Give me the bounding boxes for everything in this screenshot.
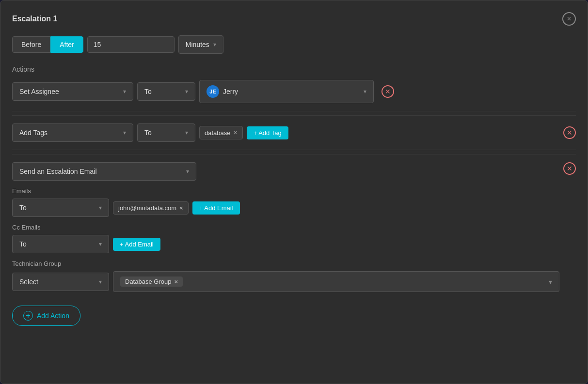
modal-title: Escalation 1 bbox=[12, 15, 57, 23]
add-action-button[interactable]: + Add Action bbox=[12, 306, 80, 326]
chevron-down-icon: ▾ bbox=[123, 88, 126, 95]
action-type-label-2: Add Tags bbox=[19, 129, 48, 137]
add-tag-button[interactable]: + Add Tag bbox=[247, 126, 288, 139]
group-row: Select ▾ Database Group × ▾ bbox=[12, 271, 559, 292]
group-remove-icon[interactable]: × bbox=[174, 278, 178, 285]
cc-emails-row: To ▾ + Add Email bbox=[12, 235, 559, 253]
to-select-2[interactable]: To ▾ bbox=[137, 123, 195, 142]
cc-to-select[interactable]: To ▾ bbox=[12, 235, 109, 253]
escalation-email-section: Send an Escalation Email ▾ Emails To ▾ j… bbox=[12, 162, 576, 292]
action-type-select-2[interactable]: Add Tags ▾ bbox=[12, 123, 133, 142]
chevron-down-icon: ▾ bbox=[185, 129, 188, 136]
chevron-down-icon: ▾ bbox=[186, 168, 189, 175]
chevron-down-icon: ▾ bbox=[213, 41, 216, 48]
to-select-1[interactable]: To ▾ bbox=[137, 82, 195, 101]
action-row-set-assignee: Set Assignee ▾ To ▾ JE Jerry ▾ ✕ bbox=[12, 80, 576, 111]
group-name: Database Group bbox=[125, 278, 171, 285]
group-value-box[interactable]: Database Group × ▾ bbox=[113, 271, 559, 292]
tag-container: database × + Add Tag bbox=[199, 126, 556, 139]
assignee-value-box[interactable]: JE Jerry ▾ bbox=[199, 80, 374, 103]
cc-emails-section: Cc Emails To ▾ + Add Email bbox=[12, 224, 559, 253]
action-type-label-1: Set Assignee bbox=[19, 88, 59, 95]
action-type-select-1[interactable]: Set Assignee ▾ bbox=[12, 82, 133, 101]
tech-group-label: Technician Group bbox=[12, 260, 559, 267]
time-controls: Before After Minutes ▾ bbox=[12, 35, 576, 54]
cc-to-label: To bbox=[19, 240, 27, 248]
chevron-down-icon: ▾ bbox=[123, 129, 126, 136]
remove-action-3-button[interactable]: ✕ bbox=[563, 162, 576, 175]
add-action-label: Add Action bbox=[37, 312, 69, 320]
avatar: JE bbox=[207, 85, 219, 98]
time-unit-select[interactable]: Minutes ▾ bbox=[178, 35, 223, 54]
email-tag: john@motadata.com × bbox=[113, 201, 189, 215]
emails-to-label: To bbox=[19, 204, 27, 212]
action-row-add-tags: Add Tags ▾ To ▾ database × + Add Tag ✕ bbox=[12, 123, 576, 150]
group-tag: Database Group × bbox=[120, 276, 183, 287]
to-label-1: To bbox=[144, 88, 152, 95]
time-input[interactable] bbox=[87, 36, 175, 53]
group-select-label: Select bbox=[19, 278, 38, 286]
chevron-down-icon: ▾ bbox=[99, 278, 102, 285]
email-remove-icon[interactable]: × bbox=[179, 204, 183, 212]
cc-emails-label: Cc Emails bbox=[12, 224, 559, 231]
tag-remove-icon[interactable]: × bbox=[234, 129, 238, 137]
group-select[interactable]: Select ▾ bbox=[12, 273, 109, 291]
assignee-name: Jerry bbox=[223, 88, 238, 95]
cc-add-email-button[interactable]: + Add Email bbox=[113, 238, 160, 251]
to-label-2: To bbox=[144, 129, 152, 137]
time-unit-label: Minutes bbox=[186, 41, 209, 48]
remove-action-1-button[interactable]: ✕ bbox=[381, 85, 394, 98]
add-action-icon: + bbox=[23, 311, 33, 321]
after-button[interactable]: After bbox=[50, 36, 83, 53]
email-value: john@motadata.com bbox=[118, 204, 176, 212]
emails-row: To ▾ john@motadata.com × + Add Email bbox=[12, 199, 559, 217]
modal-header: Escalation 1 × bbox=[12, 12, 576, 26]
emails-to-select[interactable]: To ▾ bbox=[12, 199, 109, 217]
chevron-down-icon: ▾ bbox=[99, 204, 102, 211]
chevron-down-icon: ▾ bbox=[99, 241, 102, 247]
actions-label: Actions bbox=[12, 65, 576, 73]
remove-action-2-button[interactable]: ✕ bbox=[563, 126, 576, 139]
tag-database: database × bbox=[199, 126, 243, 139]
action-type-select-3[interactable]: Send an Escalation Email ▾ bbox=[12, 162, 196, 181]
chevron-down-icon: ▾ bbox=[549, 278, 552, 286]
escalation-modal: Escalation 1 × Before After Minutes ▾ Ac… bbox=[0, 0, 588, 384]
technician-group-section: Technician Group Select ▾ Database Group… bbox=[12, 260, 559, 292]
emails-section: Emails To ▾ john@motadata.com × + Add Em… bbox=[12, 187, 559, 217]
chevron-down-icon: ▾ bbox=[185, 88, 188, 95]
chevron-down-icon: ▾ bbox=[364, 88, 366, 95]
emails-label: Emails bbox=[12, 187, 559, 195]
close-button[interactable]: × bbox=[562, 12, 576, 26]
tag-label: database bbox=[205, 129, 231, 137]
before-button[interactable]: Before bbox=[12, 36, 50, 53]
action-type-label-3: Send an Escalation Email bbox=[19, 168, 97, 175]
add-email-button[interactable]: + Add Email bbox=[192, 201, 240, 215]
